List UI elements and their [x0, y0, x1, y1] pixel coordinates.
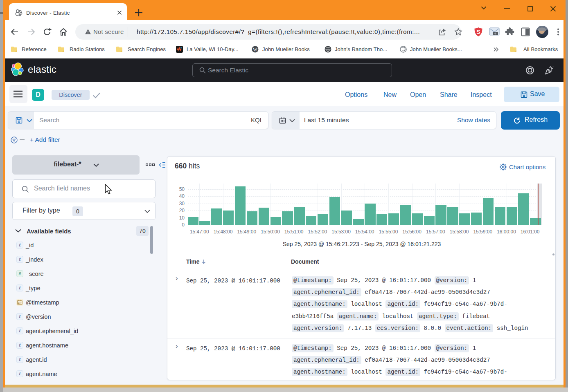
svg-text:W: W [253, 47, 257, 52]
svg-text:S: S [476, 29, 480, 35]
